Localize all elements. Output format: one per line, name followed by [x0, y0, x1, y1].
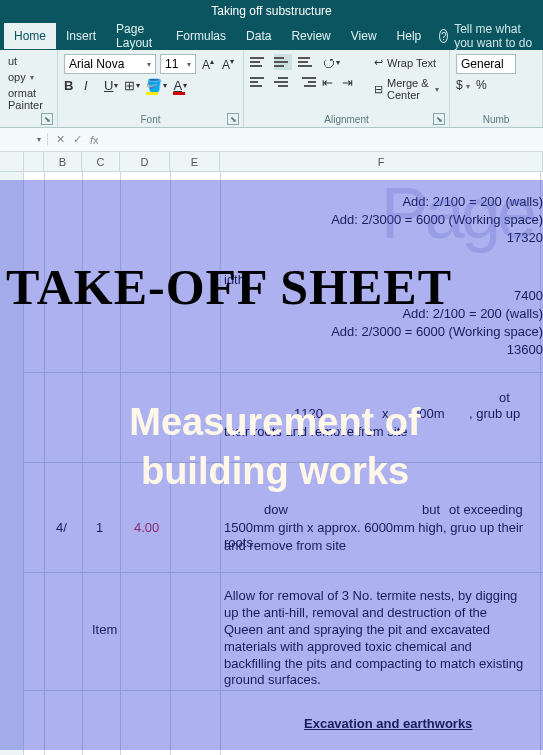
ribbon-tabs: Home Insert Page Layout Formulas Data Re…: [0, 22, 543, 50]
clipboard-dialog-launcher[interactable]: ⬊: [41, 113, 53, 125]
cell-calc: Add: 2/100 = 200 (walls): [43, 194, 543, 209]
align-top-button[interactable]: [250, 54, 268, 70]
wrap-icon: ↩: [374, 56, 383, 69]
clipboard-group: ut opy▾ ormat Painter ⬊: [0, 50, 58, 127]
font-group-label: Font: [58, 114, 243, 125]
formula-bar: ▾ ✕ ✓ fx: [0, 128, 543, 152]
border-button[interactable]: ⊞▾: [124, 78, 140, 93]
cell-desc: ot exceeding: [449, 502, 523, 517]
col-header-f[interactable]: F: [220, 152, 543, 171]
cell-total: 13600: [43, 342, 543, 357]
overlay-title: TAKE-OFF SHEET: [6, 258, 452, 316]
align-middle-button[interactable]: [274, 54, 292, 70]
tab-help[interactable]: Help: [387, 23, 432, 49]
copy-button[interactable]: opy▾: [6, 70, 51, 84]
cell-desc: but: [422, 502, 440, 517]
cell-qty: 1: [96, 520, 103, 535]
tab-data[interactable]: Data: [236, 23, 281, 49]
cell-calc: Add: 2/3000 = 6000 (Working space): [43, 212, 543, 227]
name-box[interactable]: ▾: [0, 133, 48, 146]
cell-desc: ot: [499, 390, 510, 405]
increase-indent-button[interactable]: ⇥: [342, 75, 356, 90]
fx-button[interactable]: fx: [90, 134, 99, 146]
cell-termite-desc: Allow for removal of 3 No. termite nests…: [224, 588, 524, 689]
tab-insert[interactable]: Insert: [56, 23, 106, 49]
number-group: General $ ▾ % Numb: [450, 50, 543, 127]
italic-button[interactable]: I: [84, 78, 98, 93]
orientation-button[interactable]: ⭯▾: [322, 55, 340, 70]
alignment-group-label: Alignment: [244, 114, 449, 125]
align-right-button[interactable]: [298, 74, 316, 90]
select-all-corner[interactable]: [0, 152, 24, 171]
cell-desc: dow: [264, 502, 288, 517]
title-bar: Taking off substructure: [0, 0, 543, 22]
number-group-label: Numb: [450, 114, 542, 125]
align-bottom-button[interactable]: [298, 54, 316, 70]
font-color-button[interactable]: A▾: [173, 78, 187, 93]
tell-me-search[interactable]: ? Tell me what you want to do: [439, 22, 539, 50]
cell-section-heading: Excavation and earthworks: [304, 716, 472, 731]
font-dialog-launcher[interactable]: ⬊: [227, 113, 239, 125]
currency-button[interactable]: $ ▾: [456, 78, 470, 92]
underline-button[interactable]: U▾: [104, 78, 118, 93]
cell-calc: Add: 2/3000 = 6000 (Working space): [43, 324, 543, 339]
align-center-button[interactable]: [274, 74, 292, 90]
bold-button[interactable]: B: [64, 78, 78, 93]
align-left-button[interactable]: [250, 74, 268, 90]
cell-desc: and remove from site: [224, 538, 346, 553]
column-headers: B C D E F: [0, 152, 543, 172]
cell-total: 17320: [43, 230, 543, 245]
fill-color-button[interactable]: 🪣▾: [146, 78, 167, 93]
increase-font-button[interactable]: A▴: [200, 57, 216, 72]
cell-dim: 4.00: [134, 520, 159, 535]
number-format-select[interactable]: General: [456, 54, 516, 74]
merge-icon: ⊟: [374, 83, 383, 96]
cut-button[interactable]: ut: [6, 54, 51, 68]
ribbon: ut opy▾ ormat Painter ⬊ Arial Nova▾ 11▾ …: [0, 50, 543, 128]
col-header-c[interactable]: C: [82, 152, 120, 171]
col-header-b[interactable]: B: [44, 152, 82, 171]
tab-view[interactable]: View: [341, 23, 387, 49]
cancel-formula-button[interactable]: ✕: [56, 133, 65, 146]
window-title: Taking off substructure: [211, 4, 332, 18]
cell-qty: 4/: [56, 520, 67, 535]
font-group: Arial Nova▾ 11▾ A▴ A▾ B I U▾ ⊞▾ 🪣▾ A▾ Fo…: [58, 50, 244, 127]
tab-formulas[interactable]: Formulas: [166, 23, 236, 49]
cell-item-label: Item: [92, 622, 117, 637]
col-header-d[interactable]: D: [120, 152, 170, 171]
col-header-e[interactable]: E: [170, 152, 220, 171]
alignment-group: ⭯▾ ⇤ ⇥ ↩Wrap Text ⊟Merge & Center▾ Align…: [244, 50, 450, 127]
alignment-dialog-launcher[interactable]: ⬊: [433, 113, 445, 125]
overlay-subtitle: Measurement of building works: [60, 398, 490, 497]
tab-home[interactable]: Home: [4, 23, 56, 49]
percent-button[interactable]: %: [476, 78, 487, 92]
decrease-indent-button[interactable]: ⇤: [322, 75, 336, 90]
format-painter-button[interactable]: ormat Painter: [6, 86, 51, 112]
font-name-select[interactable]: Arial Nova▾: [64, 54, 156, 74]
merge-center-button[interactable]: ⊟Merge & Center▾: [370, 75, 443, 103]
col-header-a[interactable]: [24, 152, 44, 171]
decrease-font-button[interactable]: A▾: [220, 57, 236, 72]
lightbulb-icon: ?: [439, 29, 448, 43]
tell-me-label: Tell me what you want to do: [454, 22, 539, 50]
font-size-select[interactable]: 11▾: [160, 54, 196, 74]
enter-formula-button[interactable]: ✓: [73, 133, 82, 146]
wrap-text-button[interactable]: ↩Wrap Text: [370, 54, 443, 71]
tab-review[interactable]: Review: [281, 23, 340, 49]
